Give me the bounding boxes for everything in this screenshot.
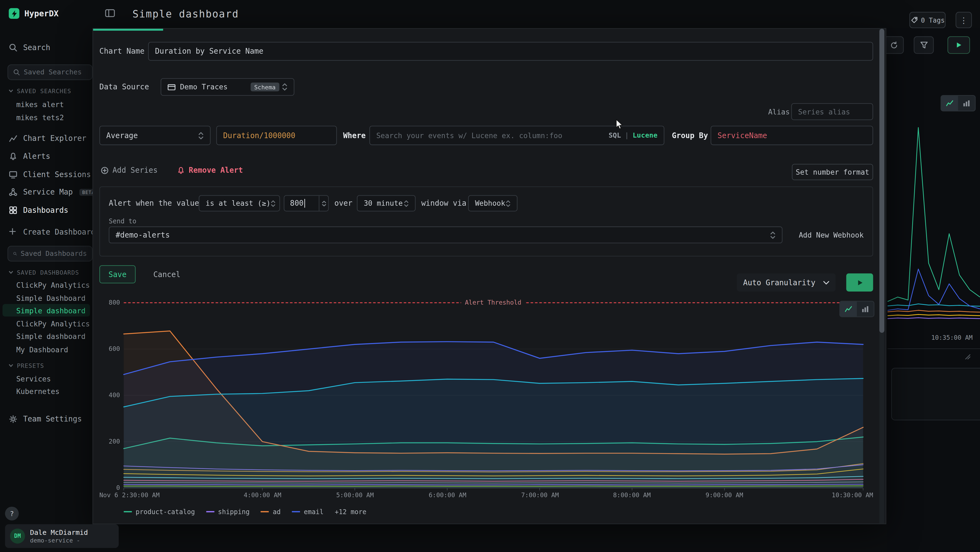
threshold-stepper[interactable]: [319, 196, 328, 211]
save-button[interactable]: Save: [99, 265, 135, 283]
saved-dashboard-item[interactable]: Simple dashboard: [16, 332, 86, 341]
brand-logo[interactable]: HyperDX: [9, 8, 59, 19]
saved-dashboard-item[interactable]: My Dashboard: [16, 345, 68, 354]
legend-more-item[interactable]: +12 more: [335, 508, 366, 515]
legend-swatch: [206, 511, 214, 512]
chart-name-label: Chart Name: [99, 47, 145, 56]
select-chevrons-icon: [198, 131, 204, 140]
dashboards-grid-icon: [9, 206, 18, 214]
chart-type-toggle[interactable]: [839, 301, 874, 317]
saved-searches-input[interactable]: Saved Searches: [8, 64, 92, 80]
tag-icon: [910, 16, 918, 24]
sidebar-item-search[interactable]: Search: [0, 40, 92, 55]
set-number-format-button[interactable]: Set number format: [792, 164, 873, 180]
alert-threshold-input[interactable]: 800: [284, 195, 329, 211]
bar-chart-icon: [963, 100, 970, 107]
select-chevrons-icon: [506, 199, 511, 207]
help-button[interactable]: ?: [5, 507, 19, 521]
sidebar-item-client-sessions[interactable]: Client Sessions: [0, 167, 92, 182]
chart-name-input[interactable]: Duration by Service Name: [148, 42, 873, 61]
group-by-value: ServiceName: [718, 131, 767, 140]
alias-input[interactable]: Series alias: [791, 103, 873, 120]
brand-name: HyperDX: [24, 9, 59, 18]
legend-label: product-catalog: [135, 508, 195, 515]
modal-scrollbar-track[interactable]: [879, 29, 884, 524]
saved-search-item[interactable]: mikes alert: [16, 100, 64, 109]
chart-area: Alert Threshold 800 600 400 200 0 Nov 6 …: [99, 295, 873, 521]
legend-label: shipping: [218, 508, 250, 515]
granularity-select[interactable]: Auto Granularity: [737, 273, 836, 292]
alert-condition-value: is at least (≥): [205, 199, 270, 207]
select-chevrons-icon: [404, 199, 409, 207]
user-menu[interactable]: DM Dale McDiarmid demo-service -: [5, 524, 119, 548]
more-options-button[interactable]: ⋮: [956, 12, 972, 28]
filter-button[interactable]: [914, 36, 934, 54]
alert-config-box: Alert when the value is at least (≥) 800…: [99, 187, 873, 256]
saved-dashboard-item-active[interactable]: Simple dashboard: [16, 306, 86, 315]
saved-dashboard-item[interactable]: Simple Dashboard: [16, 294, 86, 303]
run-query-button[interactable]: [948, 36, 970, 54]
data-source-select[interactable]: Demo Traces Schema: [161, 78, 294, 96]
y-axis-tick: 200: [99, 438, 120, 445]
legend-item[interactable]: ad: [261, 508, 281, 515]
group-by-input[interactable]: ServiceName: [711, 126, 873, 145]
bar-chart-toggle[interactable]: [857, 302, 874, 317]
field-expression-input[interactable]: Duration/1000000: [216, 126, 337, 145]
cancel-button[interactable]: Cancel: [147, 265, 187, 283]
create-dashboard-button[interactable]: Create Dashboard: [0, 225, 92, 239]
sql-mode-toggle[interactable]: SQL: [609, 131, 621, 139]
tags-button[interactable]: 0 Tags: [910, 12, 946, 28]
x-axis-tick: 6:00:00 AM: [429, 492, 466, 499]
alert-condition-select[interactable]: is at least (≥): [199, 195, 280, 211]
saved-dashboard-item[interactable]: ClickPy Analytics: [16, 281, 90, 290]
legend-item[interactable]: product-catalog: [124, 508, 195, 515]
alert-channel-select[interactable]: Webhook: [468, 195, 517, 211]
sidebar-item-team-settings[interactable]: Team Settings: [0, 412, 92, 427]
refresh-button[interactable]: [884, 36, 904, 54]
alert-prefix-text: Alert when the value: [109, 199, 199, 207]
webhook-select[interactable]: #demo-alerts: [109, 227, 783, 243]
sidebar-item-chart-explorer[interactable]: Chart Explorer: [0, 131, 92, 146]
resize-handle-icon[interactable]: [965, 353, 971, 362]
sidebar-item-label: Chart Explorer: [23, 134, 86, 142]
add-new-webhook-button[interactable]: Add New Webhook: [799, 228, 864, 242]
divider: [888, 348, 980, 349]
modal-scrollbar-thumb[interactable]: [879, 29, 884, 333]
add-series-button[interactable]: Add Series: [101, 163, 158, 178]
alert-threshold-label: Alert Threshold: [461, 299, 525, 306]
sidebar-item-service-map[interactable]: Service Map BETA: [0, 185, 92, 199]
saved-searches-header[interactable]: SAVED SEARCHES: [9, 88, 71, 94]
lucene-mode-toggle[interactable]: Lucene: [633, 131, 657, 139]
saved-dashboard-item[interactable]: ClickPy Analytics: [16, 320, 90, 328]
sidebar-item-alerts[interactable]: Alerts: [0, 149, 92, 164]
chevron-down-icon: [321, 204, 326, 206]
granularity-value: Auto Granularity: [743, 278, 815, 287]
remove-alert-button[interactable]: Remove Alert: [177, 163, 243, 178]
x-axis-tick: 7:00:00 AM: [521, 492, 559, 499]
preset-item[interactable]: Services: [16, 375, 51, 383]
where-label: Where: [343, 131, 366, 140]
aggregation-select[interactable]: Average: [99, 126, 211, 145]
mouse-cursor: [616, 119, 624, 130]
x-axis-tick: 8:00:00 AM: [613, 492, 651, 499]
alert-window-select[interactable]: 30 minute: [357, 195, 416, 211]
legend-swatch: [261, 511, 269, 512]
add-new-webhook-label: Add New Webhook: [799, 231, 864, 239]
sidebar-item-label: Team Settings: [23, 415, 82, 423]
page-title: Simple dashboard: [132, 8, 239, 20]
group-by-label: Group By: [672, 131, 708, 140]
saved-dashboards-input[interactable]: Saved Dashboards: [8, 246, 92, 261]
line-chart-toggle[interactable]: [840, 302, 857, 317]
preset-item[interactable]: Kubernetes: [16, 387, 60, 396]
chart-plot[interactable]: [99, 295, 873, 504]
chart-legend: product-catalog shipping ad email +12 mo…: [124, 508, 366, 515]
background-spark-chart[interactable]: [888, 106, 980, 332]
collapse-sidebar-icon[interactable]: [105, 9, 115, 18]
legend-item[interactable]: email: [292, 508, 323, 515]
legend-item[interactable]: shipping: [206, 508, 250, 515]
run-chart-button[interactable]: [846, 273, 873, 292]
presets-header[interactable]: PRESETS: [9, 362, 44, 369]
saved-dashboards-header[interactable]: SAVED DASHBOARDS: [9, 269, 79, 276]
saved-search-item[interactable]: mikes tets2: [16, 113, 64, 122]
sidebar-item-dashboards[interactable]: Dashboards: [0, 203, 92, 218]
